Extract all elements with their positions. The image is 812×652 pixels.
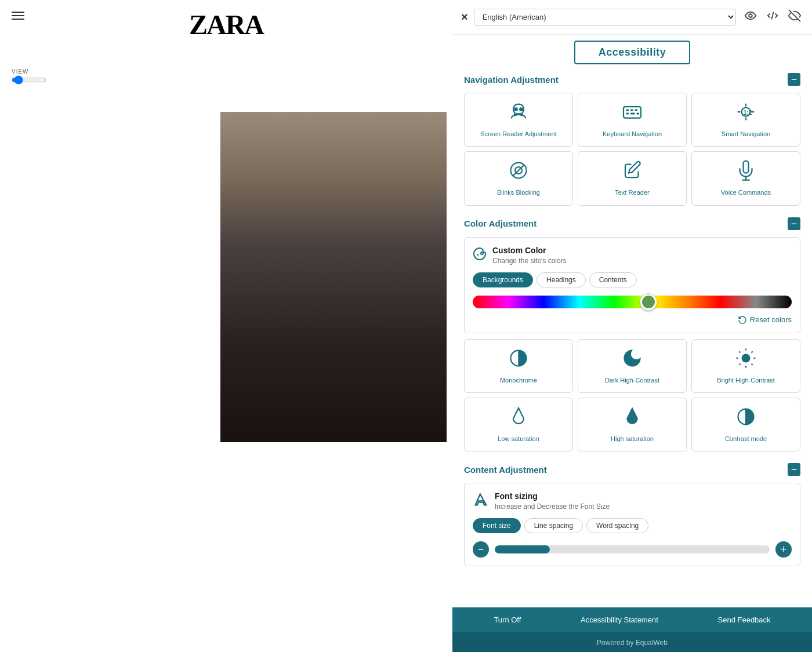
svg-rect-8 <box>630 113 635 115</box>
bright-high-contrast-icon <box>735 348 756 371</box>
accessibility-panel: × English (American) Accessibility Navig… <box>452 0 812 652</box>
powered-text: Powered by EqualWeb <box>597 639 668 647</box>
screen-reader-icon <box>508 101 529 125</box>
font-size-fill <box>495 545 550 553</box>
accessibility-tab[interactable]: Accessibility <box>574 41 691 64</box>
panel-body: Navigation Adjustment − Screen Reader Ad… <box>452 64 812 607</box>
blinks-card[interactable]: Blinks Blocking <box>464 151 573 205</box>
font-increase-button[interactable]: + <box>775 541 792 558</box>
close-button[interactable]: × <box>461 10 468 24</box>
dark-high-contrast-icon <box>622 348 643 371</box>
font-text: Font sizing Increase and Decrease the Fo… <box>495 491 610 511</box>
reset-colors-label: Reset colors <box>750 315 792 324</box>
svg-point-0 <box>749 14 752 17</box>
svg-point-12 <box>477 254 478 256</box>
color-toggle[interactable]: − <box>788 217 800 230</box>
blinks-icon <box>508 160 529 184</box>
color-mode-cards: Monochrome Dark High-Contrast Bright Hig… <box>464 339 800 452</box>
navigation-toggle[interactable]: − <box>788 73 800 86</box>
font-tabs: Font size Line spacing Word spacing <box>473 518 792 533</box>
send-feedback-button[interactable]: Send Feedback <box>718 615 771 624</box>
color-section: Color Adjustment − Custom Color Change t… <box>464 217 800 452</box>
bright-high-contrast-card[interactable]: Bright High-Contrast <box>691 339 800 393</box>
text-reader-card[interactable]: Text Reader <box>578 151 687 205</box>
custom-color-card: Custom Color Change the site's colors Ba… <box>464 237 800 333</box>
backgrounds-tab[interactable]: Backgrounds <box>473 272 533 287</box>
contents-tab[interactable]: Contents <box>589 272 637 287</box>
custom-color-header: Custom Color Change the site's colors <box>473 246 792 265</box>
word-spacing-tab[interactable]: Word spacing <box>586 518 648 533</box>
font-decrease-button[interactable]: − <box>473 541 489 558</box>
header-icons <box>742 7 803 27</box>
reset-colors: Reset colors <box>473 315 792 325</box>
svg-point-1 <box>514 108 517 111</box>
font-sizing-card: Font sizing Increase and Decrease the Fo… <box>464 483 800 566</box>
low-saturation-label: Low saturation <box>498 435 539 443</box>
monochrome-card[interactable]: Monochrome <box>464 339 573 393</box>
turn-off-button[interactable]: Turn Off <box>494 615 521 624</box>
low-saturation-icon <box>508 406 529 430</box>
font-header: Font sizing Increase and Decrease the Fo… <box>473 491 792 511</box>
content-title: Content Adjustment <box>464 465 547 475</box>
contrast-mode-card[interactable]: Contrast mode <box>691 398 800 451</box>
low-saturation-card[interactable]: Low saturation <box>464 398 573 451</box>
eye-icon-button[interactable] <box>742 7 759 27</box>
svg-rect-6 <box>635 110 638 111</box>
font-icon <box>473 491 489 511</box>
zara-logo: ZARA <box>189 9 263 41</box>
color-slider-wrap <box>473 296 792 308</box>
font-size-tab[interactable]: Font size <box>473 518 521 533</box>
accessibility-statement-button[interactable]: Accessibility Statement <box>581 615 658 624</box>
panel-header: × English (American) <box>452 0 812 35</box>
color-icon <box>473 247 487 264</box>
voice-commands-label: Voice Commands <box>721 188 771 196</box>
bright-high-contrast-label: Bright High-Contrast <box>717 376 775 384</box>
keyboard-nav-card[interactable]: Keyboard Navigation <box>578 93 687 147</box>
smart-nav-icon: 1:2 <box>735 101 756 125</box>
navigation-cards: Screen Reader Adjustment Keyboard Naviga… <box>464 93 800 206</box>
svg-line-23 <box>752 351 753 352</box>
high-saturation-icon <box>622 406 643 430</box>
line-spacing-tab[interactable]: Line spacing <box>524 518 583 533</box>
font-size-bar <box>495 545 770 553</box>
smart-nav-card[interactable]: 1:2 Smart Navigation <box>691 93 800 147</box>
custom-color-text: Custom Color Change the site's colors <box>492 246 567 265</box>
svg-rect-7 <box>626 113 629 115</box>
hamburger-menu[interactable] <box>12 12 24 20</box>
headings-tab[interactable]: Headings <box>536 272 586 287</box>
dark-high-contrast-card[interactable]: Dark High-Contrast <box>578 339 687 393</box>
arrows-icon-button[interactable] <box>764 7 781 27</box>
voice-commands-card[interactable]: Voice Commands <box>691 151 800 205</box>
color-spectrum[interactable] <box>473 296 792 308</box>
svg-line-19 <box>752 363 753 365</box>
color-tabs: Backgrounds Headings Contents <box>473 272 792 287</box>
monochrome-icon <box>508 348 529 371</box>
font-size-controls: − + <box>473 541 792 558</box>
view-slider[interactable] <box>12 75 46 85</box>
svg-rect-9 <box>637 113 640 115</box>
person-silhouette <box>220 112 447 442</box>
svg-point-13 <box>481 252 483 253</box>
keyboard-nav-icon <box>622 101 643 125</box>
svg-point-2 <box>520 108 523 111</box>
high-saturation-card[interactable]: High saturation <box>578 398 687 451</box>
reset-colors-button[interactable]: Reset colors <box>738 315 792 325</box>
contrast-mode-label: Contrast mode <box>725 435 767 443</box>
keyboard-nav-label: Keyboard Navigation <box>603 130 662 138</box>
panel-footer: Turn Off Accessibility Statement Send Fe… <box>452 607 812 632</box>
text-reader-label: Text Reader <box>615 188 649 196</box>
hero-image <box>220 112 447 442</box>
svg-rect-5 <box>630 110 633 111</box>
contrast-mode-icon <box>735 406 756 430</box>
color-section-header: Color Adjustment − <box>464 217 800 230</box>
view-label: VIEW <box>12 68 29 75</box>
language-select[interactable]: English (American) <box>474 9 736 26</box>
smart-nav-label: Smart Navigation <box>722 130 770 138</box>
color-thumb[interactable] <box>640 294 657 310</box>
content-toggle[interactable]: − <box>788 463 800 476</box>
hide-icon-button[interactable] <box>786 7 803 27</box>
svg-rect-4 <box>626 110 629 111</box>
svg-rect-3 <box>624 107 641 118</box>
navigation-section-header: Navigation Adjustment − <box>464 73 800 86</box>
screen-reader-card[interactable]: Screen Reader Adjustment <box>464 93 573 147</box>
